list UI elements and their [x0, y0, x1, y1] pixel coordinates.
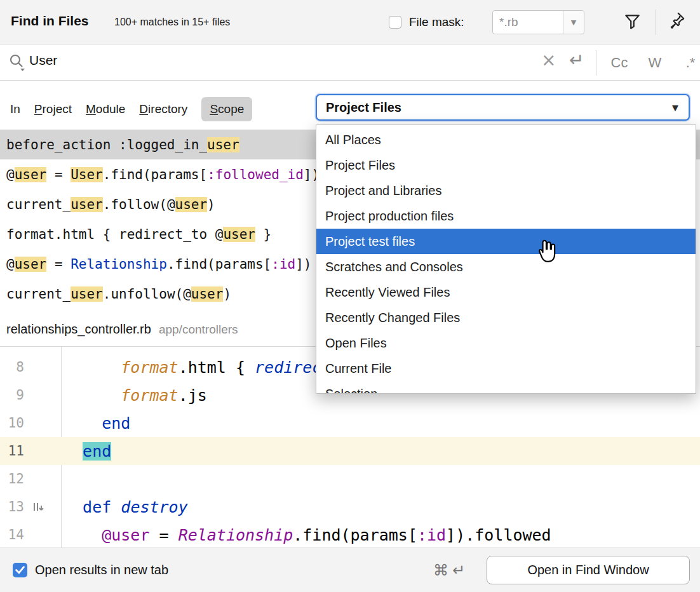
code-text: end — [61, 414, 130, 433]
result-segment: format.html { redirect_to @ — [6, 227, 223, 242]
newline-icon[interactable]: ↵ — [569, 50, 584, 71]
editor-line[interactable]: 14 @user = Relationship.find(params[:id]… — [0, 521, 700, 548]
find-in-files-dialog: Find in Files 100+ matches in 15+ files … — [0, 0, 700, 592]
dropdown-item[interactable]: Project test files — [316, 229, 696, 254]
method-gutter-icon[interactable] — [32, 501, 45, 513]
result-segment: @ — [6, 167, 15, 182]
line-number: 12 — [0, 471, 24, 487]
result-segment: .find(params[ — [103, 167, 207, 182]
gutter: 12 — [0, 471, 61, 487]
editor-line[interactable]: 13 def destroy — [0, 493, 700, 521]
scope-tab-project[interactable]: Project — [34, 97, 72, 121]
editor-line[interactable]: 10 end — [0, 409, 700, 437]
gutter: 8 — [0, 360, 61, 375]
dialog-footer: Open results in new tab ⌘↵ Open in Find … — [0, 548, 700, 592]
file-path: app/controllers — [159, 323, 238, 337]
scope-combobox-value: Project Files — [317, 100, 672, 115]
dropdown-item[interactable]: Recently Changed Files — [316, 305, 696, 330]
dropdown-item[interactable]: Project Files — [316, 152, 696, 178]
scope-dropdown-list: All PlacesProject FilesProject and Libra… — [316, 124, 696, 394]
result-segment: = — [46, 167, 71, 182]
hand-cursor-icon — [535, 238, 558, 267]
scope-row: In ProjectModuleDirectoryScope Project F… — [0, 81, 700, 126]
result-segment: ) — [207, 197, 215, 212]
search-input[interactable]: User — [29, 53, 57, 68]
scope-tabs: ProjectModuleDirectoryScope — [34, 97, 252, 121]
result-segment: ]) — [295, 257, 311, 272]
gutter: 13 — [0, 499, 61, 515]
scope-tab-module[interactable]: Module — [86, 97, 125, 121]
result-segment: current_ — [6, 286, 71, 302]
scope-tab-directory[interactable]: Directory — [139, 97, 187, 121]
file-mask-value: *.rb — [493, 11, 563, 34]
file-mask-checkbox[interactable] — [389, 16, 401, 29]
result-segment: @ — [6, 257, 15, 272]
search-icon[interactable] — [8, 53, 27, 74]
code-text: format.js — [61, 386, 207, 405]
dropdown-item[interactable]: Open Files — [316, 330, 696, 356]
line-number: 14 — [0, 527, 24, 542]
dropdown-item[interactable]: Scratches and Consoles — [316, 254, 696, 279]
filter-icon[interactable] — [624, 14, 641, 32]
open-in-find-window-button[interactable]: Open in Find Window — [487, 556, 690, 584]
result-segment: } — [255, 227, 271, 242]
chevron-down-icon[interactable]: ▼ — [672, 103, 689, 112]
dropdown-item[interactable]: Current File — [316, 356, 696, 381]
result-segment: .find(params[ — [167, 257, 271, 272]
scope-combobox[interactable]: Project Files ▼ — [316, 94, 690, 121]
result-segment: user — [71, 197, 103, 212]
gutter: 11 — [0, 443, 61, 459]
editor-line[interactable]: 11 end — [0, 437, 700, 465]
scope-tab-scope[interactable]: Scope — [201, 97, 252, 121]
result-segment: = — [46, 257, 71, 272]
line-number: 13 — [0, 499, 24, 515]
file-mask-label: File mask: — [409, 15, 464, 29]
search-row: User × ↵ CcW.* — [0, 44, 700, 81]
pin-icon[interactable] — [667, 11, 686, 32]
result-segment: user — [71, 286, 103, 302]
result-segment: user — [191, 286, 224, 302]
search-toggles: CcW.* — [609, 44, 700, 81]
result-segment: .follow(@ — [103, 197, 175, 212]
dialog-title: Find in Files — [11, 13, 89, 29]
clear-search-icon[interactable]: × — [541, 50, 556, 71]
line-number: 10 — [0, 415, 24, 431]
keyboard-shortcut: ⌘↵ — [433, 562, 469, 579]
scope-tabs-group: In ProjectModuleDirectoryScope — [10, 92, 252, 126]
open-results-checkbox[interactable] — [13, 563, 27, 577]
result-segment: before_action :logged_in_ — [6, 137, 207, 152]
code-text: def destroy — [61, 498, 188, 516]
toggle-match-case[interactable]: Cc — [609, 55, 630, 71]
dropdown-item[interactable]: Recently Viewed Files — [316, 279, 696, 305]
result-segment: .unfollow(@ — [103, 286, 191, 302]
gutter: 14 — [0, 527, 61, 542]
check-icon — [15, 566, 25, 574]
result-segment: User — [71, 167, 103, 182]
dropdown-item[interactable]: All Places — [316, 127, 696, 152]
match-summary: 100+ matches in 15+ files — [114, 17, 230, 28]
dropdown-item[interactable]: Project and Libraries — [316, 178, 696, 203]
dropdown-item[interactable]: Project production files — [316, 203, 696, 229]
dialog-header: Find in Files 100+ matches in 15+ files … — [0, 0, 700, 44]
open-results-label: Open results in new tab — [35, 563, 168, 577]
result-segment: user — [15, 257, 47, 272]
result-segment: user — [15, 167, 47, 182]
chevron-down-icon[interactable]: ▼ — [563, 11, 584, 34]
file-mask-combobox[interactable]: *.rb ▼ — [492, 10, 584, 34]
result-segment: Relationship — [71, 257, 167, 272]
line-number: 8 — [0, 360, 24, 375]
dropdown-item[interactable]: Selection — [316, 381, 696, 394]
header-separator — [656, 10, 656, 35]
toggle-whole-words[interactable]: W — [644, 55, 666, 71]
toggle-regex[interactable]: .* — [680, 55, 700, 71]
result-segment: user — [223, 227, 255, 242]
gutter: 10 — [0, 415, 61, 431]
code-text: @user = Relationship.find(params[:id]).f… — [61, 526, 551, 544]
editor-line[interactable]: 12 — [0, 465, 700, 493]
search-separator — [596, 50, 596, 76]
result-segment: ) — [223, 286, 231, 302]
line-number: 9 — [0, 387, 24, 403]
in-label: In — [10, 102, 20, 116]
line-number: 11 — [0, 443, 24, 459]
result-segment: user — [207, 137, 239, 152]
